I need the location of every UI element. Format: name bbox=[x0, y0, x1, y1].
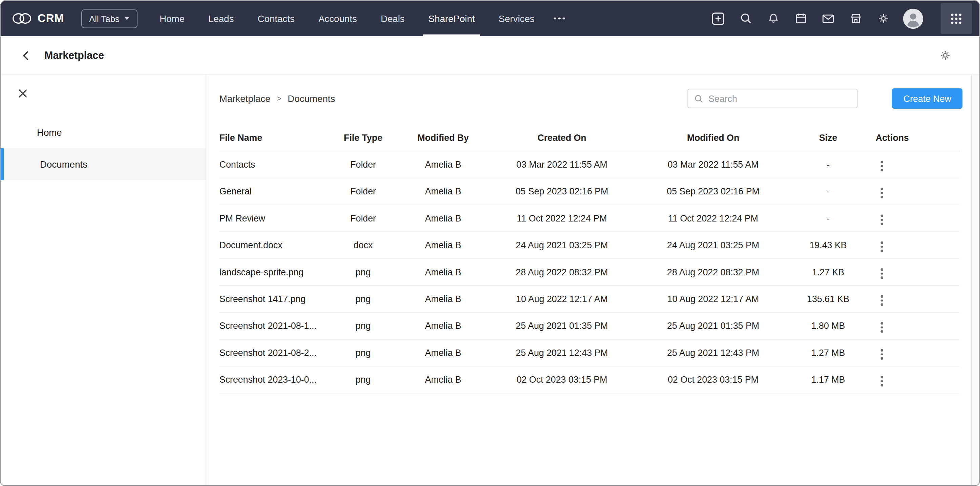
sidebar-item-documents[interactable]: Documents bbox=[1, 148, 205, 180]
actions-cell bbox=[874, 285, 959, 312]
calendar-icon[interactable] bbox=[793, 11, 808, 26]
modified-by-cell: Amelia B bbox=[407, 339, 479, 366]
created-on-cell: 10 Aug 2022 12:17 AM bbox=[479, 285, 644, 312]
row-actions-button[interactable] bbox=[876, 319, 888, 336]
table-row: Screenshot 2021-08-1...pngAmelia B25 Aug… bbox=[220, 312, 959, 339]
modified-on-cell: 28 Aug 2022 08:32 PM bbox=[644, 259, 782, 285]
modified-by-cell: Amelia B bbox=[407, 259, 479, 285]
add-new-icon[interactable] bbox=[711, 11, 726, 26]
modified-on-cell: 02 Oct 2023 03:15 PM bbox=[644, 366, 782, 393]
breadcrumb: Marketplace > Documents bbox=[220, 93, 335, 104]
actions-cell bbox=[874, 312, 959, 339]
nav-item-contacts[interactable]: Contacts bbox=[246, 1, 307, 36]
nav-item-home[interactable]: Home bbox=[148, 1, 196, 36]
file-name-cell[interactable]: landscape-sprite.png bbox=[220, 259, 319, 285]
breadcrumb-root-link[interactable]: Marketplace bbox=[220, 93, 270, 104]
row-actions-button[interactable] bbox=[876, 158, 888, 174]
settings-gear-icon[interactable] bbox=[876, 11, 891, 26]
vertical-dots-icon bbox=[881, 188, 883, 198]
row-actions-button[interactable] bbox=[876, 292, 888, 309]
row-actions-button[interactable] bbox=[876, 346, 888, 362]
row-actions-button[interactable] bbox=[876, 373, 888, 389]
modified-on-cell: 03 Mar 2022 11:55 AM bbox=[644, 151, 782, 178]
row-actions-button[interactable] bbox=[876, 238, 888, 255]
breadcrumb-current: Documents bbox=[288, 93, 335, 104]
vertical-dots-icon bbox=[881, 349, 883, 359]
size-cell: 1.27 MB bbox=[782, 339, 874, 366]
actions-cell bbox=[874, 178, 959, 204]
file-type-cell: Folder bbox=[319, 178, 407, 204]
file-name-cell[interactable]: Screenshot 2021-08-1... bbox=[220, 312, 319, 339]
actions-cell bbox=[874, 205, 959, 232]
user-avatar[interactable] bbox=[903, 8, 923, 29]
vertical-dots-icon bbox=[881, 376, 883, 386]
actions-cell bbox=[874, 232, 959, 258]
column-header-file-type: File Type bbox=[319, 125, 407, 151]
modified-by-cell: Amelia B bbox=[407, 232, 479, 258]
file-name-cell[interactable]: General bbox=[220, 178, 319, 204]
search-icon[interactable] bbox=[738, 11, 753, 26]
modified-on-cell: 24 Aug 2021 03:25 PM bbox=[644, 232, 782, 258]
notifications-bell-icon[interactable] bbox=[766, 11, 781, 26]
modified-on-cell: 10 Aug 2022 12:17 AM bbox=[644, 285, 782, 312]
more-tabs-icon bbox=[554, 17, 565, 19]
file-type-cell: png bbox=[319, 366, 407, 393]
nav-item-sharepoint[interactable]: SharePoint bbox=[417, 1, 487, 36]
size-cell: 1.80 MB bbox=[782, 312, 874, 339]
back-arrow-icon[interactable] bbox=[19, 48, 33, 62]
row-actions-button[interactable] bbox=[876, 185, 888, 201]
file-type-cell: docx bbox=[319, 232, 407, 258]
apps-grid-button[interactable] bbox=[941, 3, 972, 33]
file-type-cell: png bbox=[319, 339, 407, 366]
topbar-actions bbox=[711, 3, 972, 33]
nav-item-accounts[interactable]: Accounts bbox=[307, 1, 369, 36]
page-settings-gear-icon[interactable] bbox=[938, 48, 953, 63]
all-tabs-label: All Tabs bbox=[89, 14, 119, 24]
modified-by-cell: Amelia B bbox=[407, 366, 479, 393]
content-panel: Marketplace > Documents Create New bbox=[206, 75, 971, 486]
page-title: Marketplace bbox=[45, 49, 104, 61]
nav-item-deals[interactable]: Deals bbox=[369, 1, 417, 36]
table-row: Screenshot 2023-10-0...pngAmelia B02 Oct… bbox=[220, 366, 959, 393]
nav-item-leads[interactable]: Leads bbox=[196, 1, 246, 36]
modified-on-cell: 25 Aug 2021 12:43 PM bbox=[644, 339, 782, 366]
create-new-button[interactable]: Create New bbox=[892, 88, 963, 109]
file-name-cell[interactable]: Screenshot 1417.png bbox=[220, 285, 319, 312]
file-name-cell[interactable]: Document.docx bbox=[220, 232, 319, 258]
file-name-cell[interactable]: Screenshot 2021-08-2... bbox=[220, 339, 319, 366]
more-tabs-button[interactable] bbox=[546, 1, 572, 36]
table-header-row: File NameFile TypeModified ByCreated OnM… bbox=[220, 125, 959, 151]
sidebar-item-home[interactable]: Home bbox=[1, 116, 205, 148]
nav-item-services[interactable]: Services bbox=[487, 1, 546, 36]
table-row: GeneralFolderAmelia B05 Sep 2023 02:16 P… bbox=[220, 178, 959, 204]
created-on-cell: 05 Sep 2023 02:16 PM bbox=[479, 178, 644, 204]
vertical-dots-icon bbox=[881, 241, 883, 252]
row-actions-button[interactable] bbox=[876, 211, 888, 228]
vertical-dots-icon bbox=[881, 322, 883, 332]
chevron-down-icon bbox=[125, 17, 130, 20]
created-on-cell: 28 Aug 2022 08:32 PM bbox=[479, 259, 644, 285]
modified-by-cell: Amelia B bbox=[407, 178, 479, 204]
vertical-scrollbar[interactable] bbox=[971, 75, 979, 486]
search-input[interactable] bbox=[708, 94, 852, 104]
file-name-cell[interactable]: Contacts bbox=[220, 151, 319, 178]
size-cell: - bbox=[782, 205, 874, 232]
modified-by-cell: Amelia B bbox=[407, 312, 479, 339]
size-cell: 135.61 KB bbox=[782, 285, 874, 312]
file-name-cell[interactable]: Screenshot 2023-10-0... bbox=[220, 366, 319, 393]
size-cell: - bbox=[782, 178, 874, 204]
crm-logo-icon bbox=[12, 11, 32, 26]
mail-icon[interactable] bbox=[821, 11, 835, 26]
column-header-modified-on: Modified On bbox=[644, 125, 782, 151]
file-name-cell[interactable]: PM Review bbox=[220, 205, 319, 232]
created-on-cell: 25 Aug 2021 12:43 PM bbox=[479, 339, 644, 366]
modified-by-cell: Amelia B bbox=[407, 285, 479, 312]
modified-by-cell: Amelia B bbox=[407, 205, 479, 232]
close-icon[interactable] bbox=[16, 86, 29, 100]
column-header-size: Size bbox=[782, 125, 874, 151]
row-actions-button[interactable] bbox=[876, 265, 888, 282]
created-on-cell: 24 Aug 2021 03:25 PM bbox=[479, 232, 644, 258]
all-tabs-dropdown[interactable]: All Tabs bbox=[81, 9, 138, 28]
breadcrumb-separator: > bbox=[277, 94, 282, 103]
marketplace-store-icon[interactable] bbox=[848, 11, 863, 26]
